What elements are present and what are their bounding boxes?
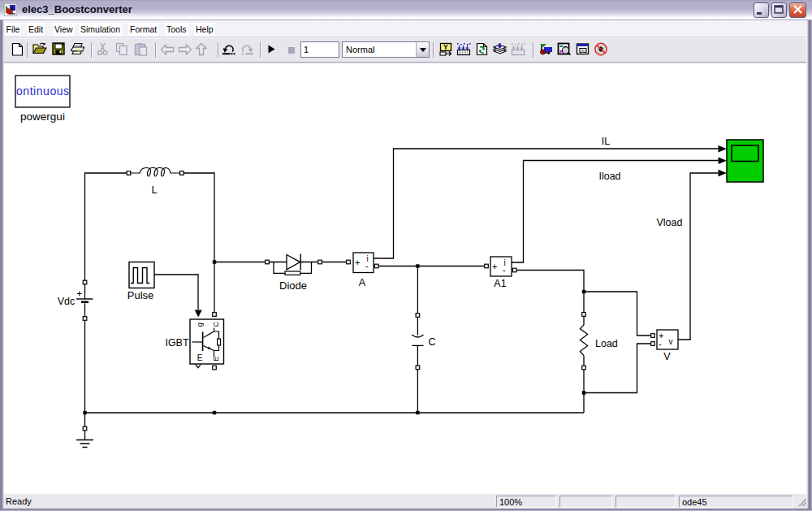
svg-text:E: E bbox=[197, 353, 203, 362]
svg-text:-: - bbox=[659, 339, 662, 349]
svg-text:+: + bbox=[355, 258, 360, 267]
svg-text:-: - bbox=[365, 261, 369, 271]
svg-text:L: L bbox=[151, 184, 157, 196]
svg-text:C: C bbox=[212, 321, 220, 327]
svg-text:Iload: Iload bbox=[598, 171, 620, 182]
svg-text:Pulse: Pulse bbox=[127, 289, 154, 301]
svg-text:-: - bbox=[503, 265, 506, 275]
svg-text:g: g bbox=[196, 323, 204, 327]
svg-text:E: E bbox=[212, 357, 220, 362]
svg-text:Vdc: Vdc bbox=[58, 296, 76, 307]
svg-text:Vload: Vload bbox=[657, 217, 683, 228]
svg-text:Diode: Diode bbox=[279, 279, 307, 292]
svg-text:A: A bbox=[359, 277, 366, 288]
svg-text:V: V bbox=[663, 351, 671, 362]
svg-text:Load: Load bbox=[595, 338, 618, 349]
svg-text:v: v bbox=[669, 337, 673, 346]
svg-text:ontinuous: ontinuous bbox=[16, 84, 70, 97]
svg-text:Y: Y bbox=[443, 43, 448, 51]
svg-text:powergui: powergui bbox=[20, 110, 65, 123]
svg-text:+: + bbox=[492, 262, 497, 271]
svg-text:C: C bbox=[428, 336, 435, 348]
svg-text:IGBT: IGBT bbox=[165, 337, 189, 349]
svg-text:A1: A1 bbox=[494, 278, 506, 289]
svg-text:IL: IL bbox=[602, 136, 610, 147]
